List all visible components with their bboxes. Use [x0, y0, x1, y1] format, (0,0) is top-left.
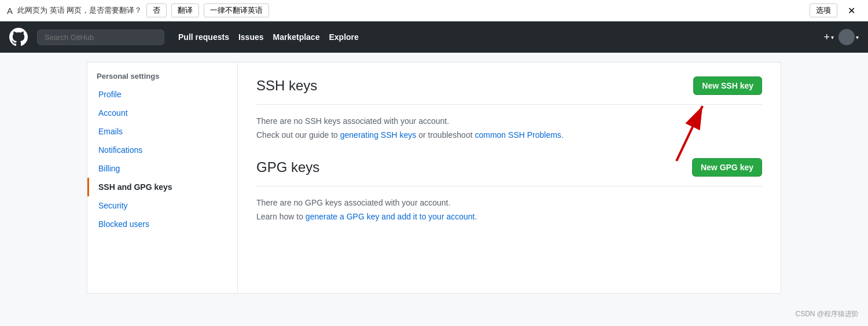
- common-ssh-problems-link[interactable]: common SSH Problems: [475, 130, 561, 140]
- translate-bar: A 此网页为 英语 网页，是否需要翻译？ 否 翻译 一律不翻译英语 选项 ✕: [0, 0, 868, 21]
- no-translate-button[interactable]: 否: [146, 3, 167, 17]
- marketplace-link[interactable]: Marketplace: [273, 32, 320, 42]
- navbar-right: + ▾ ▾: [823, 29, 859, 45]
- gpg-learn-prefix: Learn how to: [256, 212, 306, 221]
- ssh-guide-suffix: .: [561, 130, 564, 140]
- gpg-section-title: GPG keys: [256, 159, 319, 175]
- sidebar-item-profile[interactable]: Profile: [87, 85, 237, 104]
- options-button[interactable]: 选项: [810, 3, 837, 17]
- new-gpg-key-button[interactable]: New GPG key: [692, 158, 762, 177]
- translate-button[interactable]: 翻译: [171, 3, 199, 17]
- never-translate-button[interactable]: 一律不翻译英语: [204, 3, 269, 17]
- sidebar-item-notifications[interactable]: Notifications: [87, 141, 237, 159]
- generating-ssh-keys-link[interactable]: generating SSH keys: [340, 130, 417, 140]
- avatar: [838, 29, 855, 45]
- gpg-section-header: GPG keys New GPG key: [256, 158, 762, 186]
- translate-info: 此网页为 英语 网页，是否需要翻译？: [17, 5, 142, 16]
- issues-link[interactable]: Issues: [238, 32, 264, 42]
- github-logo[interactable]: [9, 28, 28, 46]
- pull-requests-link[interactable]: Pull requests: [178, 32, 229, 42]
- plus-icon: +: [823, 31, 830, 43]
- sidebar-item-emails[interactable]: Emails: [87, 122, 237, 141]
- ssh-guide-middle: or troubleshoot: [416, 130, 475, 140]
- gpg-section: GPG keys New GPG key There are no GPG ke…: [256, 158, 762, 221]
- navbar-links: Pull requests Issues Marketplace Explore: [178, 32, 359, 42]
- sidebar-item-ssh-gpg-keys[interactable]: SSH and GPG keys: [87, 178, 237, 196]
- avatar-button[interactable]: ▾: [838, 29, 859, 45]
- ssh-guide-prefix: Check out our guide to: [256, 130, 340, 140]
- gpg-learn-text: Learn how to generate a GPG key and add …: [256, 212, 762, 221]
- close-translate-bar-button[interactable]: ✕: [842, 4, 861, 17]
- translate-icon: A: [7, 6, 13, 16]
- avatar-chevron-icon: ▾: [856, 34, 859, 41]
- search-input[interactable]: [37, 30, 164, 45]
- sidebar-item-blocked-users[interactable]: Blocked users: [87, 215, 237, 233]
- main-content: SSH keys New SSH key There are no SSH ke…: [238, 63, 781, 293]
- gpg-empty-text: There are no GPG keys associated with yo…: [256, 198, 762, 207]
- new-item-button[interactable]: + ▾: [823, 31, 834, 43]
- sidebar-item-account[interactable]: Account: [87, 104, 237, 122]
- ssh-guide-text: Check out our guide to generating SSH ke…: [256, 130, 762, 140]
- ssh-empty-text: There are no SSH keys associated with yo…: [256, 116, 762, 126]
- ssh-section-title: SSH keys: [256, 78, 317, 94]
- explore-link[interactable]: Explore: [329, 32, 358, 42]
- new-ssh-key-button[interactable]: New SSH key: [693, 76, 762, 95]
- generate-gpg-key-link[interactable]: generate a GPG key and add it to your ac…: [306, 212, 475, 221]
- gpg-learn-suffix: .: [475, 212, 477, 221]
- sidebar-item-billing[interactable]: Billing: [87, 159, 237, 178]
- navbar: Pull requests Issues Marketplace Explore…: [0, 21, 868, 53]
- sidebar: Personal settings Profile Account Emails…: [87, 63, 238, 293]
- sidebar-title: Personal settings: [87, 63, 237, 85]
- ssh-section-header: SSH keys New SSH key: [256, 76, 762, 105]
- plus-chevron-icon: ▾: [831, 34, 834, 41]
- sidebar-item-security[interactable]: Security: [87, 196, 237, 215]
